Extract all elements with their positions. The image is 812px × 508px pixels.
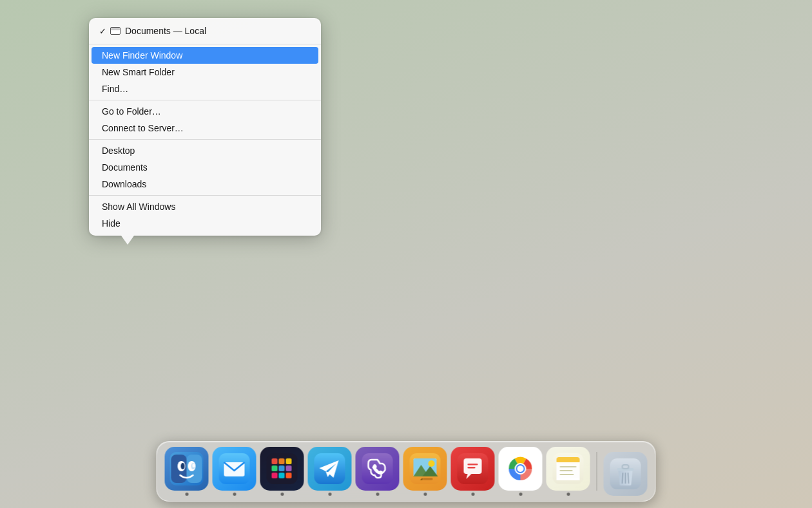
notes-icon[interactable] <box>546 447 590 491</box>
menu-item-connect-to-server[interactable]: Connect to Server… <box>89 120 321 136</box>
finder-icon[interactable] <box>165 447 209 491</box>
photos-icon[interactable] <box>403 447 447 491</box>
menu-item-desktop[interactable]: Desktop <box>89 142 321 159</box>
notes-indicator <box>566 493 570 496</box>
svg-rect-31 <box>468 464 478 466</box>
dock-item-chrome[interactable] <box>499 447 543 496</box>
dock-item-mail[interactable] <box>213 447 256 496</box>
mail-icon[interactable] <box>213 447 256 491</box>
desktop: ✓ Documents — Local New Finder Window Ne… <box>0 0 812 508</box>
svg-point-27 <box>429 460 435 467</box>
svg-line-46 <box>623 473 623 484</box>
mail-indicator <box>233 493 236 496</box>
svg-rect-44 <box>560 474 574 475</box>
menu-header: ✓ Documents — Local <box>89 22 321 41</box>
menu-item-new-smart-folder[interactable]: New Smart Folder <box>89 64 321 80</box>
menu-title: Documents — Local <box>125 26 206 36</box>
svg-rect-15 <box>279 466 285 471</box>
svg-point-7 <box>193 464 195 467</box>
svg-rect-18 <box>279 473 285 478</box>
window-icon <box>110 27 121 35</box>
dock-item-launchpad[interactable] <box>260 447 304 496</box>
menu-item-go-to-folder[interactable]: Go to Folder… <box>89 103 321 120</box>
chrome-icon[interactable] <box>499 447 543 491</box>
dock-item-viber[interactable] <box>356 447 400 496</box>
svg-rect-21 <box>362 453 393 484</box>
divider-4 <box>89 195 321 196</box>
svg-rect-42 <box>560 466 577 467</box>
speeko-icon[interactable] <box>451 447 495 491</box>
dock-separator <box>597 452 597 491</box>
svg-point-37 <box>517 466 524 472</box>
menu-item-show-all-windows[interactable]: Show All Windows <box>89 198 321 215</box>
menu-item-documents[interactable]: Documents <box>89 159 321 176</box>
photos-indicator <box>423 493 427 496</box>
svg-rect-12 <box>279 458 285 464</box>
svg-rect-41 <box>557 478 580 480</box>
telegram-icon[interactable] <box>308 447 352 491</box>
dock-item-telegram[interactable] <box>308 447 352 496</box>
svg-rect-14 <box>272 466 278 471</box>
finder-indicator <box>185 493 188 496</box>
speeko-indicator <box>471 493 474 496</box>
svg-rect-32 <box>468 467 476 469</box>
svg-rect-11 <box>272 458 278 464</box>
svg-rect-13 <box>286 458 292 464</box>
svg-rect-16 <box>286 466 292 471</box>
menu-checkmark: ✓ <box>99 26 106 36</box>
launchpad-icon[interactable] <box>260 447 304 491</box>
divider-1 <box>89 44 321 44</box>
menu-item-new-finder-window[interactable]: New Finder Window <box>92 47 318 64</box>
dock-item-speeko[interactable] <box>451 447 495 496</box>
telegram-indicator <box>328 493 331 496</box>
menu-item-find[interactable]: Find… <box>89 80 321 97</box>
menu-item-downloads[interactable]: Downloads <box>89 176 321 193</box>
chrome-indicator <box>519 493 522 496</box>
viber-indicator <box>376 493 379 496</box>
svg-line-48 <box>628 473 629 484</box>
menu-item-hide[interactable]: Hide <box>89 215 321 232</box>
svg-rect-43 <box>560 470 573 471</box>
launchpad-indicator <box>280 493 284 496</box>
svg-rect-19 <box>286 473 292 478</box>
dock-item-notes[interactable] <box>546 447 590 496</box>
svg-rect-20 <box>314 453 345 484</box>
svg-point-5 <box>181 463 185 469</box>
dock-item-photos[interactable] <box>403 447 447 496</box>
dock <box>157 441 656 502</box>
trash-icon[interactable] <box>604 452 648 496</box>
dock-item-finder[interactable] <box>165 447 209 496</box>
svg-rect-28 <box>423 478 433 480</box>
viber-icon[interactable] <box>356 447 400 491</box>
svg-rect-17 <box>272 473 278 478</box>
dock-item-trash[interactable] <box>604 452 648 496</box>
divider-2 <box>89 100 321 100</box>
context-menu: ✓ Documents — Local New Finder Window Ne… <box>89 18 321 236</box>
divider-3 <box>89 139 321 140</box>
